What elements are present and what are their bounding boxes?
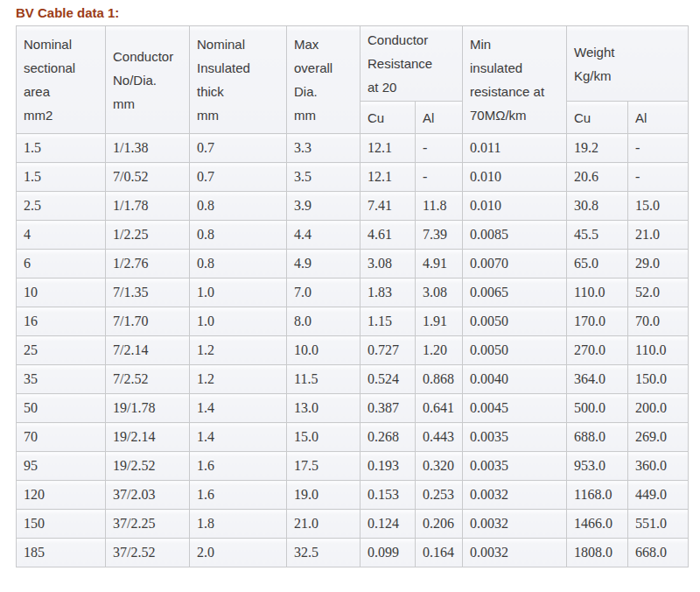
cell: 37/2.52 [106, 539, 190, 567]
cell: 0.0045 [463, 394, 567, 423]
cell: 0.124 [360, 510, 416, 539]
table-row: 18537/2.522.032.50.0990.1640.00321808.06… [17, 539, 689, 567]
cell: 3.3 [287, 134, 360, 163]
cell: 1/2.25 [106, 221, 190, 250]
table-row: 5019/1.781.413.00.3870.6410.0045500.0200… [17, 394, 689, 423]
cell: 0.0065 [463, 278, 567, 307]
table-row: 257/2.141.210.00.7271.200.0050270.0110.0 [17, 336, 689, 365]
cell: - [628, 163, 689, 192]
cell: 20.6 [567, 163, 628, 192]
cell: 3.08 [360, 250, 416, 278]
cell: 0.641 [416, 394, 463, 423]
cell: 17.5 [287, 452, 360, 481]
table-row: 41/2.250.84.44.617.390.008545.521.0 [17, 221, 689, 250]
cell: 95 [17, 452, 106, 481]
cell: 10.0 [287, 336, 360, 365]
cell: 500.0 [567, 394, 628, 423]
cell: 270.0 [567, 336, 628, 365]
cell: 551.0 [628, 510, 689, 539]
cell: 360.0 [628, 452, 689, 481]
cell: 6 [17, 250, 106, 278]
cell: 0.0032 [463, 481, 567, 510]
cell: 364.0 [567, 365, 628, 394]
cell: 0.253 [416, 481, 463, 510]
cell: 19.2 [567, 134, 628, 163]
cell: 1.0 [190, 278, 287, 307]
subcol-header-resistance-cu: Cu [360, 102, 416, 134]
table-row: 107/1.351.07.01.833.080.0065110.052.0 [17, 278, 689, 307]
cell: - [416, 163, 463, 192]
cell: 7/2.14 [106, 336, 190, 365]
cell: 0.206 [416, 510, 463, 539]
cell: 70 [17, 423, 106, 452]
cell: 110.0 [567, 278, 628, 307]
cell: 12.1 [360, 163, 416, 192]
cell: 11.8 [416, 192, 463, 221]
cell: 0.0040 [463, 365, 567, 394]
subcol-header-weight-cu: Cu [567, 102, 628, 134]
cell: 0.164 [416, 539, 463, 567]
col-header-max-overall-dia: Max overall Dia. mm [287, 26, 360, 134]
cell: 0.320 [416, 452, 463, 481]
cell: 7.39 [416, 221, 463, 250]
cell: 1/1.78 [106, 192, 190, 221]
table-body: 1.51/1.380.73.312.1-0.01119.2-1.57/0.520… [17, 134, 689, 567]
col-header-conductor-resistance: Conductor Resistance at 20 [360, 26, 463, 102]
cell: - [416, 134, 463, 163]
cell: 0.727 [360, 336, 416, 365]
table-row: 15037/2.251.821.00.1240.2060.00321466.05… [17, 510, 689, 539]
subcol-header-resistance-al: Al [416, 102, 463, 134]
table-row: 61/2.760.84.93.084.910.007065.029.0 [17, 250, 689, 278]
table-row: 2.51/1.780.83.97.4111.80.01030.815.0 [17, 192, 689, 221]
cell: 7/2.52 [106, 365, 190, 394]
cell: 1/2.76 [106, 250, 190, 278]
cell: 1466.0 [567, 510, 628, 539]
cell: 0.0035 [463, 452, 567, 481]
cell: 150.0 [628, 365, 689, 394]
cell: 0.0050 [463, 307, 567, 336]
cell: 8.0 [287, 307, 360, 336]
cell: 1.5 [17, 163, 106, 192]
header-row-main: Nominal sectional area mm2 Conductor No/… [17, 26, 689, 102]
col-header-sectional-area: Nominal sectional area mm2 [17, 26, 106, 134]
cell: 21.0 [287, 510, 360, 539]
cell: 0.387 [360, 394, 416, 423]
cell: 4.9 [287, 250, 360, 278]
cell: 953.0 [567, 452, 628, 481]
cell: 269.0 [628, 423, 689, 452]
cell: 0.8 [190, 192, 287, 221]
cell: 30.8 [567, 192, 628, 221]
col-header-weight: Weight Kg/km [567, 26, 689, 102]
cell: 19.0 [287, 481, 360, 510]
cell: 1.15 [360, 307, 416, 336]
cell: 0.7 [190, 163, 287, 192]
cell: 2.0 [190, 539, 287, 567]
cell: 16 [17, 307, 106, 336]
cell: 52.0 [628, 278, 689, 307]
cell: 1.20 [416, 336, 463, 365]
cell: 3.9 [287, 192, 360, 221]
cell: 0.0032 [463, 539, 567, 567]
subcol-header-weight-al: Al [628, 102, 689, 134]
cell: 688.0 [567, 423, 628, 452]
cell: 21.0 [628, 221, 689, 250]
cell: 0.443 [416, 423, 463, 452]
cell: 4.4 [287, 221, 360, 250]
table-row: 12037/2.031.619.00.1530.2530.00321168.04… [17, 481, 689, 510]
cell: 0.868 [416, 365, 463, 394]
bv-cable-data-table: Nominal sectional area mm2 Conductor No/… [16, 25, 689, 567]
cell: 110.0 [628, 336, 689, 365]
table-row: 357/2.521.211.50.5240.8680.0040364.0150.… [17, 365, 689, 394]
cell: 45.5 [567, 221, 628, 250]
cell: 37/2.25 [106, 510, 190, 539]
cell: 1/1.38 [106, 134, 190, 163]
cell: 0.0050 [463, 336, 567, 365]
cell: 7/1.70 [106, 307, 190, 336]
cell: 1808.0 [567, 539, 628, 567]
cell: 3.08 [416, 278, 463, 307]
cell: 1.0 [190, 307, 287, 336]
cell: 4.91 [416, 250, 463, 278]
table-row: 167/1.701.08.01.151.910.0050170.070.0 [17, 307, 689, 336]
cell: 449.0 [628, 481, 689, 510]
cell: 15.0 [287, 423, 360, 452]
